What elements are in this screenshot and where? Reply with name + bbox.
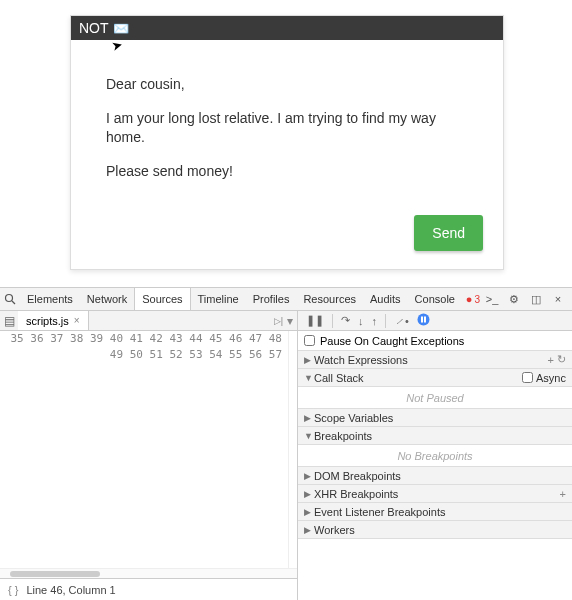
source-file-name: scripts.js <box>26 315 69 327</box>
tab-elements[interactable]: Elements <box>20 288 80 310</box>
async-label: Async <box>536 372 566 384</box>
add-watch-icon[interactable]: + <box>548 354 554 366</box>
close-file-icon[interactable]: × <box>74 315 80 326</box>
svg-rect-3 <box>421 317 423 323</box>
async-checkbox[interactable] <box>522 372 533 383</box>
horizontal-scrollbar[interactable] <box>0 568 297 578</box>
svg-line-1 <box>12 301 15 304</box>
chevron-right-icon: ▶ <box>304 355 314 365</box>
pause-exceptions-icon[interactable] <box>417 313 430 328</box>
pause-on-caught-label: Pause On Caught Exceptions <box>320 335 464 347</box>
event-bp-label: Event Listener Breakpoints <box>314 506 445 518</box>
not-paused-label: Not Paused <box>298 387 572 409</box>
watch-label: Watch Expressions <box>314 354 408 366</box>
show-console-icon[interactable]: >_ <box>482 288 502 310</box>
email-line-3: Please send money! <box>106 162 468 182</box>
source-tab-bar: ▤ scripts.js × ▷| ▾ <box>0 311 297 331</box>
close-icon[interactable]: × <box>548 288 568 310</box>
callstack-label: Call Stack <box>314 372 364 384</box>
breakpoints-pane[interactable]: ▼ Breakpoints <box>298 427 572 445</box>
tab-profiles[interactable]: Profiles <box>246 288 297 310</box>
devtools-toolbar: Elements Network Sources Timeline Profil… <box>0 288 572 311</box>
email-footer: Send <box>71 215 503 269</box>
chevron-right-icon: ▶ <box>304 413 314 423</box>
chevron-down-icon: ▼ <box>304 373 314 383</box>
error-count[interactable]: 3 <box>466 293 480 305</box>
chevron-right-icon: ▶ <box>304 525 314 535</box>
tab-sources[interactable]: Sources <box>134 288 190 310</box>
chevron-down-icon: ▼ <box>304 431 314 441</box>
more-icon[interactable]: ▾ <box>287 314 293 328</box>
chevron-right-icon: ▶ <box>304 471 314 481</box>
event-listener-breakpoints-pane[interactable]: ▶ Event Listener Breakpoints <box>298 503 572 521</box>
step-over-icon[interactable]: ↷ <box>341 314 350 327</box>
scope-label: Scope Variables <box>314 412 393 424</box>
step-out-icon[interactable]: ↑ <box>372 315 378 327</box>
xhr-breakpoints-pane[interactable]: ▶ XHR Breakpoints + <box>298 485 572 503</box>
call-stack-pane[interactable]: ▼ Call Stack Async <box>298 369 572 387</box>
workers-pane[interactable]: ▶ Workers <box>298 521 572 539</box>
chevron-right-icon: ▶ <box>304 507 314 517</box>
debugger-toolbar: ❚❚ ↷ ↓ ↑ ⟋• <box>298 311 572 331</box>
code-editor[interactable]: 35 36 37 38 39 40 41 42 43 44 45 46 47 4… <box>0 331 297 568</box>
dom-breakpoints-pane[interactable]: ▶ DOM Breakpoints <box>298 467 572 485</box>
settings-icon[interactable]: ⚙ <box>504 288 524 310</box>
send-button[interactable]: Send <box>414 215 483 251</box>
play-icon[interactable]: ▷| <box>274 316 283 326</box>
svg-point-2 <box>417 314 429 326</box>
svg-point-0 <box>6 295 13 302</box>
envelope-icon: ✉️ <box>113 21 129 36</box>
tab-timeline[interactable]: Timeline <box>191 288 246 310</box>
breakpoints-label: Breakpoints <box>314 430 372 442</box>
email-title: NOT <box>79 20 109 36</box>
dock-icon[interactable]: ◫ <box>526 288 546 310</box>
devtools: Elements Network Sources Timeline Profil… <box>0 287 572 600</box>
svg-rect-4 <box>424 317 426 323</box>
refresh-watch-icon[interactable]: ↻ <box>557 353 566 366</box>
dom-bp-label: DOM Breakpoints <box>314 470 401 482</box>
email-line-2: I am your long lost relative. I am tryin… <box>106 109 468 148</box>
line-gutter: 35 36 37 38 39 40 41 42 43 44 45 46 47 4… <box>0 331 289 568</box>
email-body: Dear cousin, I am your long lost relativ… <box>71 40 503 215</box>
cursor-position: Line 46, Column 1 <box>26 584 115 596</box>
navigator-icon[interactable]: ▤ <box>0 311 18 330</box>
pause-icon[interactable]: ❚❚ <box>306 314 324 327</box>
search-icon[interactable] <box>0 288 20 310</box>
add-xhr-icon[interactable]: + <box>560 488 566 500</box>
sources-panel: ▤ scripts.js × ▷| ▾ 35 36 37 38 39 40 41… <box>0 311 298 600</box>
no-breakpoints-label: No Breakpoints <box>298 445 572 467</box>
tab-network[interactable]: Network <box>80 288 134 310</box>
tab-resources[interactable]: Resources <box>296 288 363 310</box>
chevron-right-icon: ▶ <box>304 489 314 499</box>
tab-console[interactable]: Console <box>408 288 462 310</box>
workers-label: Workers <box>314 524 355 536</box>
email-header: NOT ✉️ <box>71 16 503 40</box>
pause-on-caught-row: Pause On Caught Exceptions <box>298 331 572 351</box>
step-into-icon[interactable]: ↓ <box>358 315 364 327</box>
xhr-bp-label: XHR Breakpoints <box>314 488 398 500</box>
watch-expressions-pane[interactable]: ▶ Watch Expressions + ↻ <box>298 351 572 369</box>
code-content[interactable]: function postOnSuccess(data) { "cm">// t… <box>289 331 297 568</box>
scope-variables-pane[interactable]: ▶ Scope Variables <box>298 409 572 427</box>
debugger-panel: ❚❚ ↷ ↓ ↑ ⟋• Pause On Caught Exceptions ▶… <box>298 311 572 600</box>
pause-on-caught-checkbox[interactable] <box>304 335 315 346</box>
email-app: NOT ✉️ Dear cousin, I am your long lost … <box>70 15 504 270</box>
braces-icon[interactable]: { } <box>8 584 18 596</box>
tab-audits[interactable]: Audits <box>363 288 408 310</box>
deactivate-breakpoints-icon[interactable]: ⟋• <box>394 315 409 327</box>
source-file-tab[interactable]: scripts.js × <box>18 311 89 330</box>
source-status-bar: { } Line 46, Column 1 <box>0 578 297 600</box>
email-line-1: Dear cousin, <box>106 75 468 95</box>
